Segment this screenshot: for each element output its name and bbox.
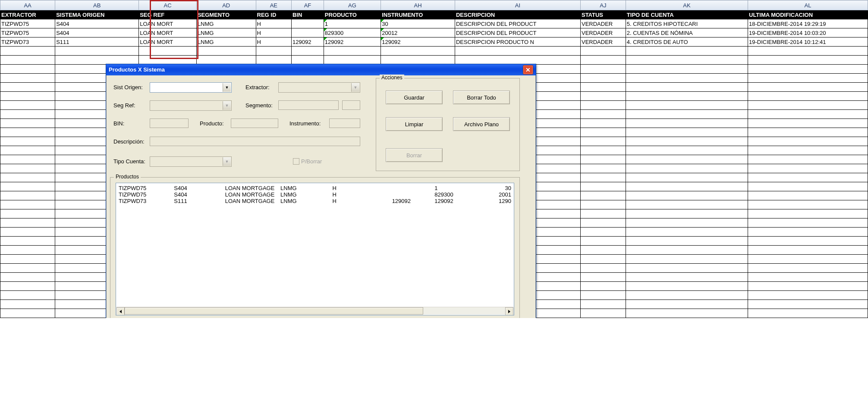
cell[interactable] <box>748 209 868 218</box>
cell[interactable] <box>580 246 626 255</box>
cell[interactable] <box>748 228 868 237</box>
cell[interactable] <box>626 101 748 110</box>
cell[interactable]: 129092 <box>381 37 455 47</box>
close-icon[interactable]: ✕ <box>523 65 533 75</box>
cell[interactable] <box>0 137 55 146</box>
cell[interactable] <box>626 191 748 200</box>
cell[interactable] <box>626 137 748 146</box>
cell[interactable] <box>455 47 580 56</box>
cell[interactable] <box>0 282 55 291</box>
cell[interactable] <box>748 264 868 273</box>
cell[interactable]: 30 <box>381 19 455 28</box>
cell[interactable] <box>580 146 626 155</box>
cell[interactable] <box>292 56 324 65</box>
field-header[interactable]: STATUS <box>580 10 626 19</box>
cell[interactable] <box>0 173 55 182</box>
cell[interactable] <box>626 209 748 218</box>
cell[interactable] <box>580 264 626 273</box>
scroll-right-button[interactable] <box>505 307 513 315</box>
field-header[interactable]: SEGMENTO <box>196 10 256 19</box>
cell[interactable] <box>0 200 55 209</box>
cell[interactable] <box>580 182 626 191</box>
cell[interactable] <box>580 191 626 200</box>
cell[interactable] <box>580 273 626 282</box>
cell[interactable] <box>0 182 55 191</box>
cell[interactable] <box>455 56 580 65</box>
field-header[interactable]: REG ID <box>256 10 292 19</box>
cell[interactable] <box>0 101 55 110</box>
cell[interactable] <box>748 237 868 246</box>
cell[interactable] <box>626 128 748 137</box>
column-header-AE[interactable]: AE <box>256 0 292 10</box>
cell[interactable] <box>580 164 626 173</box>
cell[interactable] <box>626 200 748 209</box>
field-header[interactable]: EXTRACTOR <box>0 10 55 19</box>
cell[interactable]: S404 <box>55 28 139 37</box>
cell[interactable] <box>139 56 197 65</box>
cell[interactable] <box>580 200 626 209</box>
field-header[interactable]: SEG REF <box>139 10 197 19</box>
cell[interactable] <box>626 273 748 282</box>
cell[interactable] <box>580 218 626 228</box>
cell[interactable] <box>0 246 55 255</box>
cell[interactable] <box>748 101 868 110</box>
cell[interactable]: VERDADER <box>580 19 626 28</box>
field-header[interactable]: PRODUCTO <box>324 10 381 19</box>
cell[interactable] <box>748 164 868 173</box>
cell[interactable] <box>580 101 626 110</box>
cell[interactable] <box>748 65 868 74</box>
cell[interactable] <box>748 200 868 209</box>
cell[interactable] <box>580 228 626 237</box>
combo-sist-origen[interactable]: ▼ <box>150 82 232 93</box>
cell[interactable] <box>626 110 748 119</box>
field-header[interactable]: DESCRIPCION <box>455 10 580 19</box>
cell[interactable] <box>580 119 626 128</box>
cell[interactable] <box>748 137 868 146</box>
field-header[interactable]: SISTEMA ORIGEN <box>55 10 139 19</box>
cell[interactable] <box>0 309 55 318</box>
cell[interactable] <box>748 83 868 92</box>
cell[interactable]: 1 <box>324 19 381 28</box>
horizontal-scrollbar[interactable] <box>116 307 513 315</box>
cell[interactable]: 19-DICIEMBRE-2014 10:03:20 <box>748 28 868 37</box>
cell[interactable] <box>0 128 55 137</box>
cell[interactable]: TIZPWD73 <box>0 37 55 47</box>
column-header-AI[interactable]: AI <box>455 0 580 10</box>
cell[interactable]: DESCRIPCION DEL PRODUCT <box>455 28 580 37</box>
cell[interactable]: S404 <box>55 19 139 28</box>
cell[interactable] <box>748 218 868 228</box>
cell[interactable] <box>256 56 292 65</box>
cell[interactable]: 5. CREDITOS HIPOTECARI <box>626 19 748 28</box>
column-header-AH[interactable]: AH <box>381 0 455 10</box>
cell[interactable] <box>626 173 748 182</box>
cell[interactable] <box>580 155 626 164</box>
guardar-button[interactable]: Guardar <box>386 90 443 104</box>
cell[interactable] <box>748 191 868 200</box>
cell[interactable] <box>626 65 748 74</box>
cell[interactable] <box>748 47 868 56</box>
cell[interactable] <box>626 182 748 191</box>
cell[interactable] <box>580 309 626 318</box>
cell[interactable]: LNMG <box>196 37 256 47</box>
cell[interactable] <box>381 47 455 56</box>
cell[interactable] <box>324 47 381 56</box>
cell[interactable] <box>0 146 55 155</box>
cell[interactable] <box>0 56 55 65</box>
cell[interactable]: H <box>256 37 292 47</box>
cell[interactable] <box>196 56 256 65</box>
borrar-todo-button[interactable]: Borrar Todo <box>453 90 510 104</box>
cell[interactable] <box>748 282 868 291</box>
cell[interactable] <box>580 65 626 74</box>
cell[interactable] <box>580 209 626 218</box>
limpiar-button[interactable]: Limpiar <box>386 117 443 131</box>
cell[interactable] <box>748 128 868 137</box>
cell[interactable] <box>0 65 55 74</box>
cell[interactable] <box>0 110 55 119</box>
cell[interactable] <box>580 128 626 137</box>
cell[interactable] <box>748 110 868 119</box>
cell[interactable] <box>748 74 868 83</box>
cell[interactable] <box>0 164 55 173</box>
cell[interactable]: TIZPWD75 <box>0 28 55 37</box>
cell[interactable] <box>626 47 748 56</box>
cell[interactable]: H <box>256 28 292 37</box>
